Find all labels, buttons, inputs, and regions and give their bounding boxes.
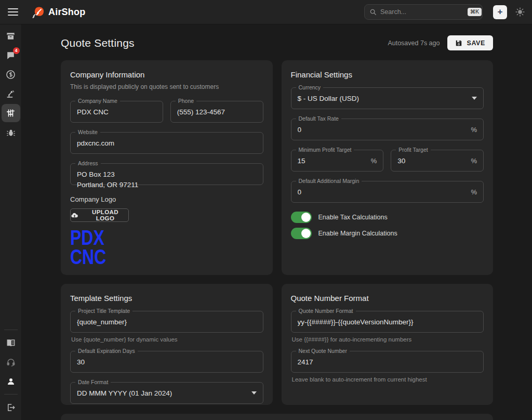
field-hint: Use {{#####}} for auto-incrementing numb… xyxy=(291,336,484,343)
quote-number-format-card: Quote Number Format Quote Number Format … xyxy=(282,284,494,405)
theme-toggle-button[interactable] xyxy=(515,7,525,17)
sidebar-item-billing[interactable] xyxy=(2,65,20,84)
sidebar-bottom xyxy=(2,326,20,420)
logo-text-line1: PDX xyxy=(70,228,224,247)
page-header: Quote Settings Autosaved 7s ago SAVE xyxy=(61,35,493,50)
website-field: Website xyxy=(70,132,263,154)
page-title: Quote Settings xyxy=(61,37,135,49)
sliders-icon xyxy=(6,108,16,118)
brand-name: AirShop xyxy=(48,7,85,18)
sidebar-item-docs[interactable] xyxy=(2,334,20,352)
quote-number-format-field: Quote Number Format xyxy=(291,311,484,333)
sidebar-divider xyxy=(4,394,18,395)
sun-icon xyxy=(515,7,525,17)
sidebar-item-orders[interactable] xyxy=(2,27,20,45)
minimum-profit-target-field: Minimum Profit Target % xyxy=(291,150,384,172)
upload-logo-button[interactable]: UPLOAD LOGO xyxy=(70,208,129,222)
cloud-upload-icon xyxy=(71,212,78,219)
headset-icon xyxy=(6,358,16,367)
card-subtitle: This is displayed publicly on quotes sen… xyxy=(70,83,263,90)
dollar-icon xyxy=(6,70,16,80)
brand-logo-icon xyxy=(32,6,45,18)
search-icon xyxy=(369,8,377,16)
sidebar-item-settings[interactable] xyxy=(2,104,20,122)
logo-text-line2: CNC xyxy=(70,247,224,267)
search-box[interactable]: ⌘K xyxy=(364,4,483,20)
enable-tax-calculations-toggle[interactable] xyxy=(291,212,312,223)
search-input[interactable] xyxy=(380,8,464,16)
bug-icon xyxy=(6,128,16,137)
phone-field: Phone xyxy=(170,101,263,123)
default-expiration-days-field: Default Expiration Days xyxy=(70,351,263,373)
main-content: Quote Settings Autosaved 7s ago SAVE Com… xyxy=(22,24,532,420)
robot-arm-icon xyxy=(6,89,16,99)
card-title: Company Information xyxy=(70,70,263,79)
save-button[interactable]: SAVE xyxy=(447,35,493,50)
save-icon xyxy=(455,40,462,47)
field-hint: Leave blank to auto-increment from curre… xyxy=(291,376,484,383)
card-title: Template Settings xyxy=(70,294,263,303)
notification-badge: 4 xyxy=(13,47,20,54)
book-icon xyxy=(6,338,16,348)
sidebar-item-support[interactable] xyxy=(2,353,20,371)
date-format-select[interactable]: Date Format DD MMM YYYY (01 Jan 2024) xyxy=(70,382,263,404)
template-settings-card: Template Settings Project Title Template… xyxy=(61,284,273,405)
sidebar-item-logout[interactable] xyxy=(2,398,20,416)
default-additional-margin-field: Default Additional Margin % xyxy=(291,181,484,203)
address-field: Address PO Box 123 Portland, OR 97211 xyxy=(70,163,263,185)
financial-settings-card: Financial Settings Currency $ - US Dolla… xyxy=(282,60,494,275)
currency-select[interactable]: Currency $ - US Dollar (USD) xyxy=(291,87,484,109)
field-hint: Use {quote_number} for dynamic values xyxy=(70,336,263,343)
card-title: Quote Number Format xyxy=(291,294,484,303)
hamburger-menu-icon[interactable] xyxy=(7,7,19,17)
chevron-down-icon xyxy=(251,391,257,395)
company-information-card: Company Information This is displayed pu… xyxy=(61,60,273,275)
address-input[interactable]: PO Box 123 Portland, OR 97211 xyxy=(71,164,263,204)
brand[interactable]: AirShop xyxy=(32,6,85,18)
sidebar-item-machines[interactable] xyxy=(2,85,20,103)
company-logo-preview: PDX CNC xyxy=(70,228,224,267)
enable-margin-calculations-toggle[interactable] xyxy=(291,228,312,239)
profit-target-field: Profit Target % xyxy=(391,150,484,172)
user-icon xyxy=(6,377,16,386)
default-tax-rate-field: Default Tax Rate % xyxy=(291,119,484,140)
next-quote-number-field: Next Quote Number xyxy=(291,351,484,373)
logout-icon xyxy=(6,403,16,412)
autosave-status: Autosaved 7s ago xyxy=(388,40,440,47)
sidebar-item-messages[interactable]: 4 xyxy=(2,46,20,64)
sidebar: 4 xyxy=(0,24,22,420)
project-title-template-field: Project Title Template xyxy=(70,311,263,333)
sidebar-item-account[interactable] xyxy=(2,372,20,390)
card-title: Financial Settings xyxy=(291,70,484,79)
archive-icon xyxy=(6,31,16,41)
chevron-down-icon xyxy=(472,97,477,100)
company-name-field: Company Name xyxy=(70,101,163,123)
sidebar-item-debug[interactable] xyxy=(2,123,20,141)
sidebar-divider xyxy=(4,330,18,330)
next-section-card-partial xyxy=(61,414,493,420)
keyboard-shortcut-badge: ⌘K xyxy=(468,8,482,16)
add-button[interactable]: + xyxy=(493,5,507,19)
topbar: AirShop ⌘K + xyxy=(0,0,532,24)
